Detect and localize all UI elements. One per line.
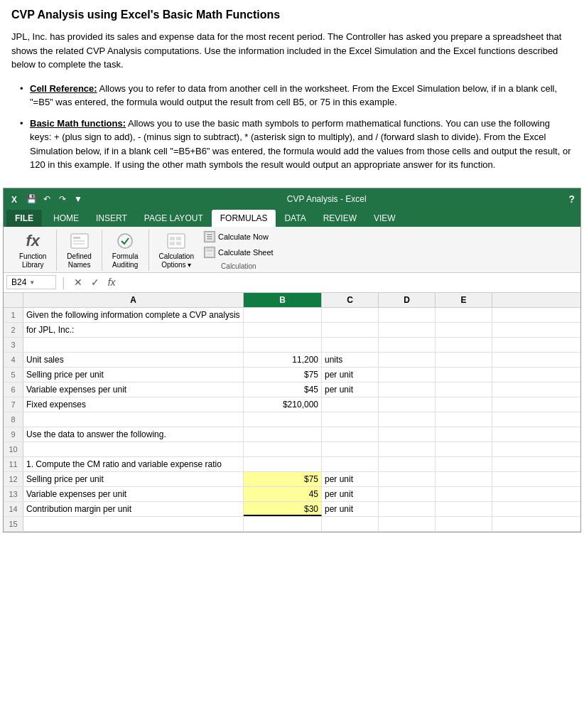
cell-c4[interactable]: units — [322, 353, 379, 367]
fx-formula-label[interactable]: fx — [105, 277, 119, 288]
cell-b9[interactable] — [244, 427, 322, 441]
cell-b11[interactable] — [244, 457, 322, 471]
cell-a3[interactable] — [23, 338, 244, 352]
title-bar-icons: X 💾 ↶ ↷ ▼ — [9, 193, 85, 205]
cell-b2[interactable] — [244, 323, 322, 337]
cell-d5[interactable] — [379, 368, 436, 382]
cell-e13[interactable] — [436, 487, 492, 501]
cell-a4[interactable]: Unit sales — [23, 353, 244, 367]
cell-d8[interactable] — [379, 412, 436, 427]
cell-e9[interactable] — [436, 427, 492, 441]
function-library-button[interactable]: fx FunctionLibrary — [16, 230, 49, 271]
cell-a2[interactable]: for JPL, Inc.: — [23, 323, 244, 337]
tab-view[interactable]: VIEW — [365, 210, 404, 227]
cell-d12[interactable] — [379, 472, 436, 486]
cell-b7[interactable]: $210,000 — [244, 397, 322, 412]
cell-a13[interactable]: Variable expenses per unit — [23, 487, 244, 501]
formula-input[interactable] — [121, 277, 578, 287]
cell-d2[interactable] — [379, 323, 436, 337]
cell-d15[interactable] — [379, 517, 436, 531]
cell-a1[interactable]: Given the following information complete… — [23, 308, 244, 322]
cell-c1[interactable] — [322, 308, 379, 322]
cell-e15[interactable] — [436, 517, 492, 531]
cell-e1[interactable] — [436, 308, 492, 322]
formula-auditing-button[interactable]: FormulaAuditing — [109, 230, 141, 271]
cell-d4[interactable] — [379, 353, 436, 367]
help-icon[interactable]: ? — [568, 193, 575, 205]
tab-review[interactable]: REVIEW — [315, 210, 365, 227]
cell-a15[interactable] — [23, 517, 244, 531]
undo-icon[interactable]: ↶ — [40, 193, 53, 205]
cell-c6[interactable]: per unit — [322, 382, 379, 397]
cell-e2[interactable] — [436, 323, 492, 337]
cell-c11[interactable] — [322, 457, 379, 471]
tab-data[interactable]: DATA — [276, 210, 314, 227]
cell-c3[interactable] — [322, 338, 379, 352]
cell-e5[interactable] — [436, 368, 492, 382]
confirm-formula-icon[interactable]: ✓ — [88, 277, 102, 288]
cell-d3[interactable] — [379, 338, 436, 352]
calculate-now-button[interactable]: Calculate Now — [201, 230, 276, 244]
cell-c2[interactable] — [322, 323, 379, 337]
cell-b1[interactable] — [244, 308, 322, 322]
tab-file[interactable]: FILE — [6, 210, 42, 227]
redo-icon[interactable]: ↷ — [56, 193, 69, 205]
cell-c10[interactable] — [322, 442, 379, 456]
cell-c5[interactable]: per unit — [322, 368, 379, 382]
cell-e11[interactable] — [436, 457, 492, 471]
cell-d11[interactable] — [379, 457, 436, 471]
cell-e12[interactable] — [436, 472, 492, 486]
cell-e10[interactable] — [436, 442, 492, 456]
cell-b15[interactable] — [244, 517, 322, 531]
cell-d1[interactable] — [379, 308, 436, 322]
cell-e3[interactable] — [436, 338, 492, 352]
cell-reference-box[interactable]: B24 ▼ — [6, 275, 56, 289]
calculation-options-button[interactable]: CalculationOptions ▾ — [156, 230, 197, 271]
cell-c9[interactable] — [322, 427, 379, 441]
cell-b14[interactable]: $30 — [244, 502, 322, 516]
cell-b6[interactable]: $45 — [244, 382, 322, 397]
cell-d14[interactable] — [379, 502, 436, 516]
cancel-formula-icon[interactable]: ✕ — [71, 277, 85, 288]
cell-c13[interactable]: per unit — [322, 487, 379, 501]
cell-c15[interactable] — [322, 517, 379, 531]
cell-c8[interactable] — [322, 412, 379, 427]
cell-a5[interactable]: Selling price per unit — [23, 368, 244, 382]
cell-a8[interactable] — [23, 412, 244, 427]
cell-c14[interactable]: per unit — [322, 502, 379, 516]
cell-a11[interactable]: 1. Compute the CM ratio and variable exp… — [23, 457, 244, 471]
cell-d7[interactable] — [379, 397, 436, 412]
cell-d6[interactable] — [379, 382, 436, 397]
cell-b13[interactable]: 45 — [244, 487, 322, 501]
cell-b10[interactable] — [244, 442, 322, 456]
cell-a7[interactable]: Fixed expenses — [23, 397, 244, 412]
cell-b12[interactable]: $75 — [244, 472, 322, 486]
cell-b4[interactable]: 11,200 — [244, 353, 322, 367]
cell-b5[interactable]: $75 — [244, 368, 322, 382]
defined-names-button[interactable]: DefinedNames — [64, 230, 94, 271]
cell-a6[interactable]: Variable expenses per unit — [23, 382, 244, 397]
save-icon[interactable]: 💾 — [25, 193, 38, 205]
cell-a9[interactable]: Use the data to answer the following. — [23, 427, 244, 441]
cell-e14[interactable] — [436, 502, 492, 516]
cell-e8[interactable] — [436, 412, 492, 427]
cell-d10[interactable] — [379, 442, 436, 456]
cell-e6[interactable] — [436, 382, 492, 397]
quick-access-icon[interactable]: ▼ — [72, 193, 85, 205]
cell-e4[interactable] — [436, 353, 492, 367]
cell-c12[interactable]: per unit — [322, 472, 379, 486]
cell-d13[interactable] — [379, 487, 436, 501]
cell-a14[interactable]: Contribution margin per unit — [23, 502, 244, 516]
cell-b3[interactable] — [244, 338, 322, 352]
cell-d9[interactable] — [379, 427, 436, 441]
cell-b8[interactable] — [244, 412, 322, 427]
calculate-sheet-button[interactable]: Calculate Sheet — [201, 245, 276, 259]
cell-c7[interactable] — [322, 397, 379, 412]
tab-insert[interactable]: INSERT — [87, 210, 136, 227]
tab-page-layout[interactable]: PAGE LAYOUT — [136, 210, 212, 227]
tab-formulas[interactable]: FORMULAS — [212, 210, 276, 227]
tab-home[interactable]: HOME — [45, 210, 87, 227]
cell-a12[interactable]: Selling price per unit — [23, 472, 244, 486]
cell-e7[interactable] — [436, 397, 492, 412]
cell-a10[interactable] — [23, 442, 244, 456]
